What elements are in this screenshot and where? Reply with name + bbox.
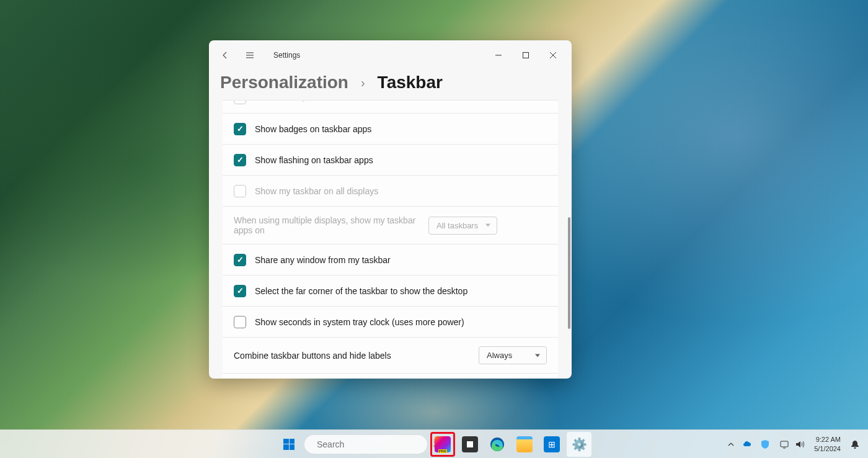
tray-quick-settings[interactable]: [774, 432, 809, 457]
breadcrumb-parent[interactable]: Personalization: [220, 73, 348, 92]
taskbar-app-store[interactable]: ⊞: [539, 432, 564, 457]
tray-overflow[interactable]: [724, 432, 738, 457]
store-icon: ⊞: [544, 436, 560, 452]
dropdown-multi-display: All taskbars: [428, 217, 497, 235]
minimize-button[interactable]: [485, 45, 512, 65]
breadcrumb: Personalization › Taskbar: [209, 70, 572, 100]
label-share-window: Share any window from my taskbar: [255, 255, 547, 265]
setting-seconds-clock: Show seconds in system tray clock (uses …: [223, 307, 558, 338]
folder-icon: [516, 436, 533, 452]
windows-icon: [283, 439, 294, 450]
setting-flashing: Show flashing on taskbar apps: [223, 145, 558, 176]
maximize-button[interactable]: [512, 45, 539, 65]
tray-security-icon[interactable]: [757, 432, 773, 457]
setting-combine-other: Combine taskbar buttons and hide labels …: [223, 374, 558, 379]
dropdown-combine[interactable]: Always: [479, 346, 547, 364]
search-input[interactable]: [317, 439, 425, 449]
window-title: Settings: [273, 51, 300, 60]
close-button[interactable]: [539, 45, 567, 65]
label-badges: Show badges on taskbar apps: [255, 124, 547, 134]
checkbox-share-window[interactable]: [234, 254, 246, 266]
setting-multi-display-apps: When using multiple displays, show my ta…: [223, 207, 558, 245]
setting-all-displays: Show my taskbar on all displays: [223, 176, 558, 207]
bell-icon: [850, 439, 860, 449]
checkbox-flashing[interactable]: [234, 154, 246, 166]
clock-time: 9:22 AM: [816, 435, 841, 444]
taskbar-app-copilot-preview[interactable]: PRE: [430, 432, 455, 457]
clock-date: 5/1/2024: [814, 444, 841, 453]
svg-rect-3: [781, 441, 788, 447]
hamburger-menu-button[interactable]: [239, 44, 261, 66]
taskbar: 🌷 PRE ⊞ ⚙️: [0, 429, 868, 458]
label-seconds: Show seconds in system tray clock (uses …: [255, 317, 547, 327]
settings-content: Automatically hide the taskbar Show badg…: [209, 100, 572, 379]
label-far-corner: Select the far corner of the taskbar to …: [255, 286, 547, 296]
label-auto-hide: Automatically hide the taskbar: [255, 100, 547, 102]
gear-icon: ⚙️: [572, 437, 587, 452]
taskbar-app-settings[interactable]: ⚙️: [567, 432, 591, 457]
settings-window: Settings Personalization › Taskbar: [209, 40, 572, 379]
edge-icon: [489, 436, 505, 452]
titlebar: Settings: [209, 40, 572, 70]
network-icon: [779, 439, 789, 449]
label-all-displays: Show my taskbar on all displays: [255, 186, 547, 196]
start-button[interactable]: [277, 432, 301, 457]
chevron-right-icon: ›: [361, 76, 365, 90]
taskbar-app-taskview[interactable]: [458, 432, 482, 457]
checkbox-auto-hide[interactable]: [234, 100, 246, 104]
checkbox-seconds[interactable]: [234, 316, 246, 328]
notifications-button[interactable]: [846, 432, 864, 457]
taskbar-clock[interactable]: 9:22 AM 5/1/2024: [810, 435, 844, 453]
volume-icon: [794, 439, 804, 449]
breadcrumb-current: Taskbar: [378, 73, 443, 92]
setting-far-corner: Select the far corner of the taskbar to …: [223, 276, 558, 307]
taskbar-search[interactable]: 🌷: [304, 434, 428, 454]
setting-badges: Show badges on taskbar apps: [223, 114, 558, 145]
label-multi-display: When using multiple displays, show my ta…: [234, 215, 420, 235]
taskbar-app-edge[interactable]: [485, 432, 510, 457]
tray-onedrive-icon[interactable]: [740, 432, 756, 457]
setting-combine-buttons: Combine taskbar buttons and hide labels …: [223, 338, 558, 374]
taskbar-app-explorer[interactable]: [512, 432, 537, 457]
label-combine: Combine taskbar buttons and hide labels: [234, 351, 470, 361]
desktop-wallpaper: Settings Personalization › Taskbar: [0, 0, 868, 458]
checkbox-all-displays: [234, 185, 246, 197]
checkbox-badges[interactable]: [234, 123, 246, 135]
label-flashing: Show flashing on taskbar apps: [255, 155, 547, 165]
svg-rect-0: [523, 53, 529, 58]
setting-auto-hide: Automatically hide the taskbar: [223, 100, 558, 114]
setting-share-window: Share any window from my taskbar: [223, 245, 558, 276]
system-tray: 9:22 AM 5/1/2024: [724, 430, 864, 458]
checkbox-far-corner[interactable]: [234, 285, 246, 297]
back-button[interactable]: [214, 44, 236, 66]
scrollbar[interactable]: [568, 217, 570, 329]
